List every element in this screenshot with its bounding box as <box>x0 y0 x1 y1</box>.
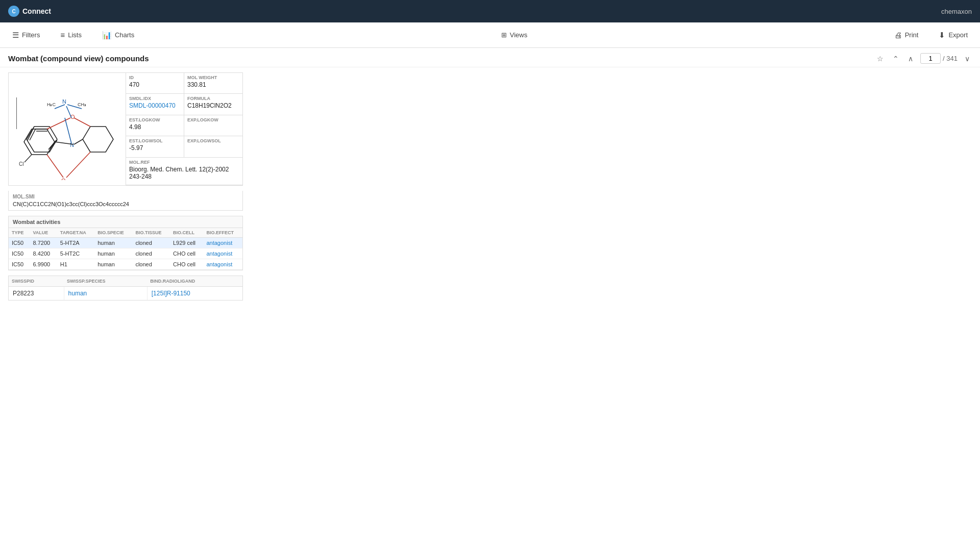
swiss-section: SWISSPID SWISSP.SPECIES BIND.RADIOLIGAND… <box>8 276 243 300</box>
collapse-all-button[interactable]: ⌃ <box>891 54 901 64</box>
field-id-value: 470 <box>129 81 181 88</box>
table-cell: L929 cell <box>170 238 203 248</box>
table-row: IC508.42005-HT2ChumanclonedCHO cellantag… <box>9 248 242 259</box>
swiss-header-row: SWISSPID SWISSP.SPECIES BIND.RADIOLIGAND <box>9 276 242 287</box>
compound-structure: Cl O O N CH₃ H₃C N <box>9 73 126 185</box>
table-row: P28223human[125I]R-91150 <box>9 287 242 300</box>
export-label: Export <box>948 31 968 39</box>
field-exp-logwsol: EXP.LOGWSOL <box>184 136 242 157</box>
filters-icon: ☰ <box>12 31 19 40</box>
field-id-label: ID <box>129 75 181 80</box>
table-cell: cloned <box>132 238 170 248</box>
app-name: Connect <box>22 7 51 15</box>
lists-icon: ≡ <box>60 31 65 39</box>
next-page-button[interactable]: ∨ <box>963 54 972 64</box>
prev-page-button[interactable]: ∧ <box>906 54 915 64</box>
svg-line-13 <box>47 155 63 178</box>
filters-label: Filters <box>22 31 40 39</box>
charts-label: Charts <box>115 31 134 39</box>
activities-header-row: TYPE VALUE TARGET.NA BIO.SPECIE BIO.TISS… <box>9 228 242 238</box>
col-bio-effect: BIO.EFFECT <box>203 228 242 238</box>
smiles-value: CN(C)CC1CC2N(O1)c3cc(Cl)ccc3Oc4ccccc24 <box>13 201 238 207</box>
svg-line-25 <box>66 106 71 118</box>
field-formula: Formula C18H19ClN2O2 <box>184 94 242 115</box>
table-cell: 5-HT2A <box>57 238 94 248</box>
table-cell: 8.7200 <box>30 238 57 248</box>
page-controls: ☆ ⌃ ∧ 1 / 341 ∨ <box>875 53 972 64</box>
charts-button[interactable]: 📊 Charts <box>98 29 138 42</box>
molecule-svg: Cl O O N CH₃ H₃C N <box>16 78 118 180</box>
svg-line-27 <box>74 139 83 144</box>
swiss-table: SWISSPID SWISSP.SPECIES BIND.RADIOLIGAND… <box>9 276 242 300</box>
table-row: IC508.72005-HT2AhumanclonedL929 cellanta… <box>9 238 242 248</box>
table-cell: human <box>94 238 132 248</box>
table-cell: antagonist <box>203 259 242 270</box>
views-button[interactable]: ⊞ Views <box>501 31 527 39</box>
activities-table: TYPE VALUE TARGET.NA BIO.SPECIE BIO.TISS… <box>9 228 242 270</box>
svg-text:O: O <box>61 178 66 180</box>
table-cell: IC50 <box>9 248 30 259</box>
col-target-na: TARGET.NA <box>57 228 94 238</box>
svg-text:H₃C: H₃C <box>47 102 56 107</box>
field-mol-ref-label: MOL.REF <box>129 160 239 165</box>
col-bind-radioligand: BIND.RADIOLIGAND <box>147 276 242 287</box>
print-button[interactable]: 🖨 Print <box>890 29 923 41</box>
page-header: Wombat (compound view) compounds ☆ ⌃ ∧ 1… <box>0 48 980 67</box>
field-smdl-idx-value: SMDL-00000470 <box>129 102 181 109</box>
topbar-left: C Connect <box>8 6 51 17</box>
table-cell: IC50 <box>9 238 30 248</box>
svg-text:CH₃: CH₃ <box>78 102 86 107</box>
table-cell: P28223 <box>9 287 64 300</box>
svg-text:N: N <box>70 142 74 148</box>
export-button[interactable]: ⬇ Export <box>935 29 972 42</box>
col-bio-cell: BIO.CELL <box>170 228 203 238</box>
field-smdl-idx-label: SMDL.IDX <box>129 96 181 101</box>
field-id: ID 470 <box>126 73 184 94</box>
table-cell: IC50 <box>9 259 30 270</box>
field-est-logkow-label: EST.LOGKOW <box>129 117 181 122</box>
smiles-section: MOL.SMI CN(C)CC1CC2N(O1)c3cc(Cl)ccc3Oc4c… <box>8 191 243 211</box>
table-cell: H1 <box>57 259 94 270</box>
field-est-logkow: EST.LOGKOW 4.98 <box>126 115 184 136</box>
compound-card: Cl O O N CH₃ H₃C N <box>8 72 243 186</box>
svg-line-10 <box>24 155 32 162</box>
table-cell: human <box>64 287 147 300</box>
smiles-label: MOL.SMI <box>13 194 238 199</box>
toolbar: ☰ Filters ≡ Lists 📊 Charts ⊞ Views 🖨 Pri… <box>0 22 980 48</box>
table-cell: CHO cell <box>170 259 203 270</box>
print-icon: 🖨 <box>894 31 902 39</box>
col-bio-tissue: BIO.TISSUE <box>132 228 170 238</box>
swiss-tbody: P28223human[125I]R-91150 <box>9 287 242 300</box>
col-swissp-species: SWISSP.SPECIES <box>64 276 147 287</box>
table-cell: antagonist <box>203 238 242 248</box>
filters-button[interactable]: ☰ Filters <box>8 29 44 42</box>
field-smdl-idx: SMDL.IDX SMDL-00000470 <box>126 94 184 115</box>
bookmark-button[interactable]: ☆ <box>875 54 886 64</box>
field-mol-weight-value: 330.81 <box>187 81 239 88</box>
swiss-thead: SWISSPID SWISSP.SPECIES BIND.RADIOLIGAND <box>9 276 242 287</box>
page-input[interactable]: 1 <box>920 53 941 64</box>
app-logo: C Connect <box>8 6 51 17</box>
field-mol-ref: MOL.REF Bioorg. Med. Chem. Lett. 12(2)-2… <box>126 158 242 185</box>
field-mol-weight-label: Mol Weight <box>187 75 239 80</box>
views-label: Views <box>510 31 527 39</box>
svg-line-17 <box>74 118 90 127</box>
lists-button[interactable]: ≡ Lists <box>56 29 86 41</box>
table-cell: 8.4200 <box>30 248 57 259</box>
table-row: IC506.9900H1humanclonedCHO cellantagonis… <box>9 259 242 270</box>
table-cell: [125I]R-91150 <box>147 287 242 300</box>
page-nav: 1 / 341 <box>920 53 958 64</box>
lists-label: Lists <box>68 31 82 39</box>
table-cell: CHO cell <box>170 248 203 259</box>
page-total: / 341 <box>943 55 958 62</box>
field-est-logwsol-value: -5.97 <box>129 144 181 152</box>
svg-line-24 <box>55 105 65 109</box>
field-exp-logkow-label: EXP.LOGKOW <box>187 117 239 122</box>
user-name: chemaxon <box>941 8 972 15</box>
col-swisspid: SWISSPID <box>9 276 64 287</box>
charts-icon: 📊 <box>102 31 112 40</box>
field-formula-label: Formula <box>187 96 239 101</box>
col-value: VALUE <box>30 228 57 238</box>
table-cell: 5-HT2C <box>57 248 94 259</box>
main-content: Cl O O N CH₃ H₃C N <box>0 67 980 306</box>
